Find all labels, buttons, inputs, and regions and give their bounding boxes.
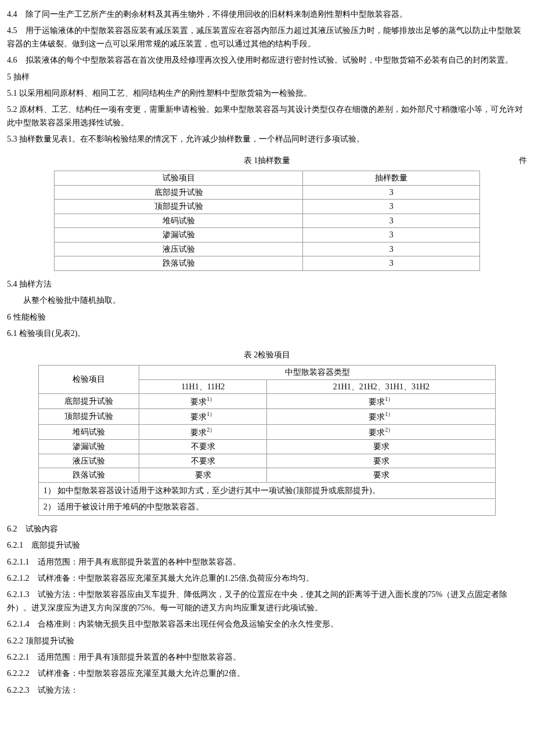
- para-5-1: 5.1 以采用相同原材料、相同工艺、相同结构生产的刚性塑料中型散货箱为一检验批。: [7, 87, 527, 100]
- para-6-2-2: 6.2.2 顶部提升试验: [7, 635, 527, 648]
- footnote-ref-2: 2）: [207, 426, 215, 433]
- table2-cell-item: 渗漏试验: [38, 439, 139, 454]
- table-row: 底部提升试验3: [54, 185, 480, 200]
- table2-cell-col-b: 要求: [267, 454, 496, 468]
- table2-header-col-b: 21H1、21H2、31H1、31H2: [267, 379, 496, 394]
- table2-cell-col-b: 要求1）: [267, 394, 496, 409]
- para-6-2-1-1: 6.2.1.1 适用范围：用于具有底部提升装置的各种中型散装容器。: [7, 556, 527, 569]
- table1-header-item: 试验项目: [54, 171, 303, 185]
- table-row: 堆码试验3: [54, 214, 480, 228]
- table1-cell-item: 顶部提升试验: [54, 200, 303, 214]
- table2-header-item: 检验项目: [38, 366, 139, 394]
- table1-cell-item: 跌落试验: [54, 256, 303, 271]
- table-row: 液压试验3: [54, 242, 480, 256]
- para-4-6: 4.6 拟装液体的每个中型散装容器在首次使用及经修理再次投入使用时都应进行密封性…: [7, 54, 527, 67]
- footnote-ref-1: 1）: [207, 411, 215, 417]
- para-5-2: 5.2 原材料、工艺、结构任一项有变更，需重新申请检验。如果中型散装容器与其设计…: [7, 103, 527, 129]
- table2-header-type: 中型散装容器类型: [139, 366, 496, 380]
- table-row: 渗漏试验3: [54, 228, 480, 243]
- para-5-3: 5.3 抽样数量见表1。在不影响检验结果的情况下，允许减少抽样数量，一个样品同时…: [7, 133, 527, 146]
- footnote-ref-1: 1）: [385, 411, 394, 417]
- para-5-4: 5.4 抽样方法: [7, 278, 527, 291]
- table2-header-col-a: 11H1、11H2: [139, 379, 267, 394]
- table1-cell-qty: 3: [303, 200, 480, 214]
- table-row: 渗漏试验不要求要求: [38, 439, 495, 454]
- table2-cell-col-a: 要求: [139, 468, 267, 483]
- para-5-4-body: 从整个检验批中随机抽取。: [7, 294, 527, 307]
- table2-cell-item: 液压试验: [38, 454, 139, 468]
- footnote-ref-1: 1）: [207, 396, 215, 402]
- table2-cell-col-b: 要求2）: [267, 424, 496, 439]
- section-5: 5 抽样: [7, 71, 527, 84]
- table1-cell-qty: 3: [303, 228, 480, 243]
- table1-cell-item: 液压试验: [54, 242, 303, 256]
- table2-cell-col-b: 要求: [267, 468, 496, 483]
- para-6-2-2-3: 6.2.2.3 试验方法：: [7, 684, 527, 697]
- table1-caption-row: 表 1抽样数量 件: [7, 154, 527, 167]
- para-6-2-1-2: 6.2.1.2 试样准备：中型散装容器应充灌至其最大允许总重的1.25倍,负荷应…: [7, 572, 527, 585]
- para-6-2-2-1: 6.2.2.1 适用范围：用于具有顶部提升装置的各种中型散装容器。: [7, 651, 527, 664]
- para-4-4: 4.4 除了同一生产工艺所产生的剩余材料及其再生物外，不得使用回收的旧材料来制造…: [7, 8, 527, 21]
- table1-cell-item: 底部提升试验: [54, 185, 303, 200]
- table1-cell-qty: 3: [303, 185, 480, 200]
- table1-cell-qty: 3: [303, 242, 480, 256]
- table2-cell-col-a: 不要求: [139, 439, 267, 454]
- table2-note-1: 1） 如中型散装容器设计适用于这种装卸方式，至少进行其中一项试验(顶部提升或底部…: [38, 482, 495, 499]
- table2-note-2: 2） 适用于被设计用于堆码的中型散装容器。: [38, 499, 495, 516]
- para-4-5: 4.5 用于运输液体的中型散装容器应装有减压装置，减压装置应在容器内部压力超过其…: [7, 24, 527, 50]
- para-6-2: 6.2 试验内容: [7, 523, 527, 536]
- table-row: 跌落试验3: [54, 256, 480, 271]
- table2-cell-col-a: 要求1）: [139, 409, 267, 424]
- table2-cell-item: 跌落试验: [38, 468, 139, 483]
- table1-cell-qty: 3: [303, 214, 480, 228]
- table2-caption-row: 表 2检验项目: [7, 349, 527, 361]
- footnote-ref-2: 2）: [385, 426, 394, 433]
- table2-cell-col-a: 要求2）: [139, 424, 267, 439]
- table1-caption: 表 1抽样数量: [30, 154, 504, 167]
- table-row: 底部提升试验要求1）要求1）: [38, 394, 495, 409]
- table1-cell-item: 堆码试验: [54, 214, 303, 228]
- table2-cell-item: 底部提升试验: [38, 394, 139, 409]
- para-6-2-1-3: 6.2.1.3 试验方法：中型散装容器应由叉车提升、降低两次，叉子的位置应在中央…: [7, 588, 527, 614]
- table2-cell-col-a: 要求1）: [139, 394, 267, 409]
- table1: 试验项目 抽样数量 底部提升试验3顶部提升试验3堆码试验3渗漏试验3液压试验3跌…: [54, 171, 481, 271]
- footnote-ref-1: 1）: [385, 396, 394, 402]
- table-row: 液压试验不要求要求: [38, 454, 495, 468]
- para-6-2-2-2: 6.2.2.2 试样准备：中型散装容器应充灌至其最大允许总重的2倍。: [7, 667, 527, 680]
- table1-unit: 件: [504, 154, 527, 167]
- table1-cell-qty: 3: [303, 256, 480, 271]
- table2-cell-item: 堆码试验: [38, 424, 139, 439]
- para-6-1: 6.1 检验项目(见表2)。: [7, 327, 527, 340]
- section-6: 6 性能检验: [7, 311, 527, 324]
- table2-cell-col-b: 要求1）: [267, 409, 496, 424]
- table-row: 顶部提升试验要求1）要求1）: [38, 409, 495, 424]
- para-6-2-1: 6.2.1 底部提升试验: [7, 539, 527, 552]
- table-row: 顶部提升试验3: [54, 200, 480, 214]
- table2-cell-item: 顶部提升试验: [38, 409, 139, 424]
- table1-header-qty: 抽样数量: [303, 171, 480, 185]
- table2-cell-col-b: 要求: [267, 439, 496, 454]
- table-row: 跌落试验要求要求: [38, 468, 495, 483]
- table2-caption: 表 2检验项目: [7, 349, 527, 361]
- table1-cell-item: 渗漏试验: [54, 228, 303, 243]
- table-row: 堆码试验要求2）要求2）: [38, 424, 495, 439]
- para-6-2-1-4: 6.2.1.4 合格准则：内装物无损失且中型散装容器未出现任何会危及运输安全的永…: [7, 618, 527, 631]
- table2-cell-col-a: 不要求: [139, 454, 267, 468]
- table2: 检验项目 中型散装容器类型 11H1、11H2 21H1、21H2、31H1、3…: [38, 365, 496, 516]
